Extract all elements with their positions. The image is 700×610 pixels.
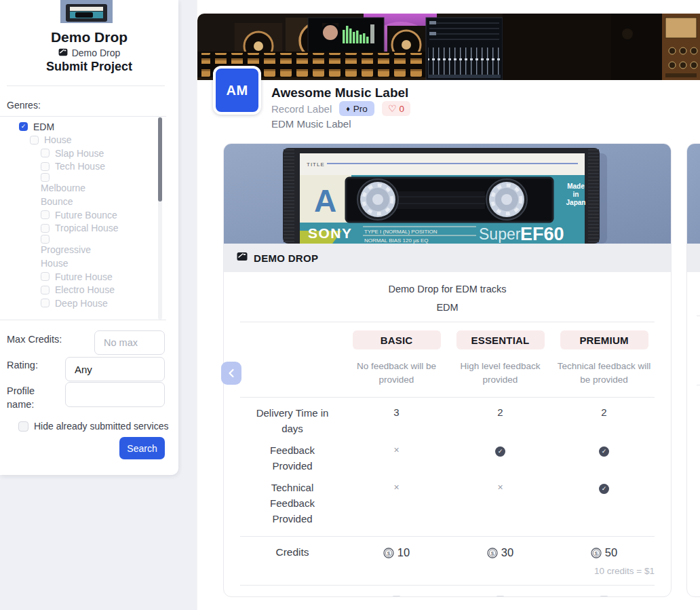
technical-feedback-label: Technical Feedback Provided xyxy=(255,480,330,527)
genre-item-slap-house[interactable]: ✓ Slap House xyxy=(0,147,166,160)
genre-item-tropical-house[interactable]: ✓ Tropical House xyxy=(0,222,166,235)
technical-essential-mark: ×✓ xyxy=(497,480,503,493)
sidebar-title: Demo Drop xyxy=(0,29,178,45)
cassette-reel-right xyxy=(486,179,527,220)
profile-name-label: Profile name: xyxy=(7,384,54,411)
likes-badge[interactable]: ♡0 xyxy=(382,101,410,116)
genre-item-house[interactable]: ✓ House xyxy=(0,134,166,147)
genre-checkbox-future-house[interactable]: ✓ xyxy=(41,272,50,281)
svg-text:in: in xyxy=(573,191,579,198)
check-circle-icon: ✓ xyxy=(599,446,609,457)
plan-basic-description: No feedback will be provided xyxy=(349,360,445,387)
delivery-essential: 2 xyxy=(497,405,503,418)
svg-text:NORMAL BIAS 120 µs EQ: NORMAL BIAS 120 µs EQ xyxy=(364,237,429,244)
profile-name-input[interactable] xyxy=(65,382,165,407)
rating-label: Rating: xyxy=(7,360,38,370)
cross-icon: × xyxy=(497,482,503,493)
plan-header-row: BASIC ESSENTIAL PREMIUM xyxy=(240,330,655,349)
divider xyxy=(697,316,700,316)
svg-text:$: $ xyxy=(491,550,494,556)
service-card-banner: DEMO DROP xyxy=(224,244,671,272)
profile-cover-photo xyxy=(197,14,700,80)
svg-text:Super: Super xyxy=(479,225,521,243)
genre-checkbox-edm[interactable]: ✓ xyxy=(19,122,28,131)
page: Demo Drop Demo Drop Submit Project Genre… xyxy=(0,0,700,610)
cassette-icon xyxy=(237,252,248,264)
genre-scrollbar-thumb[interactable] xyxy=(158,117,162,202)
genre-checkbox-deep-house[interactable]: ✓ xyxy=(41,299,50,307)
cassette-side: A xyxy=(314,183,336,218)
service-card-image: TITLE A xyxy=(224,144,671,244)
cross-icon: × xyxy=(393,444,399,455)
genre-checkbox-house[interactable]: ✓ xyxy=(30,136,39,145)
plan-description-row: No feedback will be provided High level … xyxy=(240,360,655,387)
submit-project-heading: Submit Project xyxy=(0,60,178,74)
delivery-basic: 3 xyxy=(393,405,399,418)
profile-type: Record Label xyxy=(271,103,332,115)
heart-icon: ♡ xyxy=(388,104,397,113)
genre-checkbox-tropical-house[interactable]: ✓ xyxy=(41,224,50,233)
carousel-prev-button[interactable] xyxy=(221,362,241,385)
diamond-icon: ♦ xyxy=(346,104,350,113)
credits-essential: $30 xyxy=(487,546,513,559)
plan-essential-checkbox[interactable]: ✓ xyxy=(494,596,506,597)
genre-item-deep-house[interactable]: ✓ Deep House xyxy=(0,297,166,310)
service-title: Demo Drop for EDM tracks xyxy=(240,284,655,294)
genre-item-future-bounce[interactable]: ✓ Future Bounce xyxy=(0,208,166,222)
plan-select-row: ✓ ✓ ✓ xyxy=(240,586,655,597)
coin-icon: $ xyxy=(591,548,602,558)
search-button[interactable]: Search xyxy=(119,437,165,459)
profile-tagline: EDM Music Label xyxy=(271,118,351,130)
plan-basic-checkbox[interactable]: ✓ xyxy=(391,596,402,597)
cassette-icon xyxy=(58,47,68,58)
next-card-banner xyxy=(687,244,700,272)
delivery-time-row: Delivery Time in days 3 2 2 xyxy=(240,398,655,436)
cassette-brand: SONY xyxy=(308,225,353,241)
genre-item-melbourne-bounce[interactable]: ✓ Melbourne Bounce xyxy=(0,173,166,208)
genre-item-electro-house[interactable]: ✓ Electro House xyxy=(0,284,166,297)
max-credits-input[interactable] xyxy=(94,330,165,355)
genre-checkbox-future-bounce[interactable]: ✓ xyxy=(41,210,50,219)
genre-checkbox-slap-house[interactable]: ✓ xyxy=(41,149,50,157)
genre-list[interactable]: ✓ EDM ✓ House ✓ Slap House ✓ Tech House … xyxy=(0,116,166,320)
genre-item-edm[interactable]: ✓ EDM xyxy=(0,120,166,134)
service-banner-label: DEMO DROP xyxy=(254,252,318,264)
service-thumbnail xyxy=(60,0,113,23)
feedback-row: Feedback Provided ×✓ ×✓ ×✓ xyxy=(240,436,655,474)
divider xyxy=(697,385,700,385)
genre-item-future-house[interactable]: ✓ Future House xyxy=(0,270,166,284)
profile-meta-row: Record Label ♦Pro ♡0 xyxy=(271,101,410,116)
genre-checkbox-electro-house[interactable]: ✓ xyxy=(41,286,50,294)
genre-checkbox-tech-house[interactable]: ✓ xyxy=(41,162,50,171)
hide-submitted-row[interactable]: ✓ Hide already submitted services xyxy=(18,421,168,432)
genre-item-progressive-house[interactable]: ✓ Progressive House xyxy=(0,235,166,270)
plan-premium-header: PREMIUM xyxy=(560,330,648,349)
genre-checkbox-progressive-house[interactable]: ✓ xyxy=(41,235,50,244)
cassette-title-label: TITLE xyxy=(307,161,325,168)
credits-note: 10 credits = $1 xyxy=(240,566,655,585)
hide-submitted-checkbox[interactable]: ✓ xyxy=(18,421,28,432)
pro-badge: ♦Pro xyxy=(339,101,374,116)
check-circle-icon: ✓ xyxy=(599,484,609,494)
next-service-card[interactable] xyxy=(686,143,700,597)
delivery-time-label: Delivery Time in days xyxy=(255,405,330,436)
plan-premium-checkbox[interactable]: ✓ xyxy=(598,596,610,597)
feedback-essential-mark: ×✓ xyxy=(495,442,505,457)
genre-checkbox-melbourne-bounce[interactable]: ✓ xyxy=(41,173,50,182)
next-card-image xyxy=(687,144,700,244)
rating-select[interactable] xyxy=(65,357,165,381)
plan-premium-description: Technical feedback will be provided xyxy=(556,360,653,387)
profile-name: Awesome Music Label xyxy=(271,85,408,100)
credits-basic: $10 xyxy=(383,546,410,559)
feedback-basic-mark: ×✓ xyxy=(393,442,399,456)
genre-item-tech-house[interactable]: ✓ Tech House xyxy=(0,160,166,174)
svg-text:$: $ xyxy=(387,550,391,556)
coin-icon: $ xyxy=(487,548,498,558)
technical-feedback-row: Technical Feedback Provided ×✓ ×✓ ×✓ xyxy=(240,474,655,536)
plan-essential-description: High level feedback provided xyxy=(452,360,549,387)
feedback-label: Feedback Provided xyxy=(255,442,330,474)
service-card: TITLE A xyxy=(223,143,672,597)
main-panel: AM Awesome Music Label Record Label ♦Pro… xyxy=(197,0,700,610)
svg-text:Made: Made xyxy=(567,183,585,190)
avatar: AM xyxy=(213,66,261,115)
